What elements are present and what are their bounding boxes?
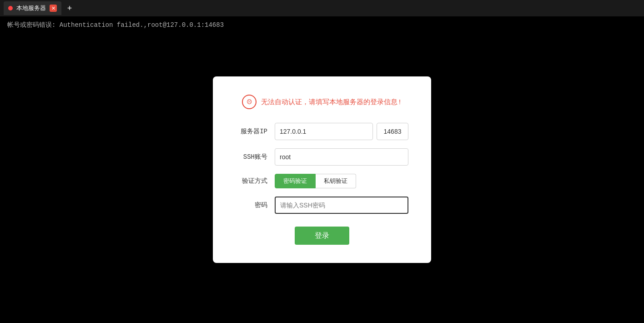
server-ip-label: 服务器IP	[236, 127, 267, 136]
auth-tabs: 密码验证 私钥验证	[275, 174, 356, 188]
server-port-input[interactable]	[377, 123, 408, 140]
tab-status-dot	[8, 6, 13, 10]
server-ip-row: 服务器IP	[236, 123, 408, 140]
add-tab-button[interactable]: +	[64, 3, 75, 14]
modal-title: 无法自动认证，请填写本地服务器的登录信息!	[261, 98, 402, 106]
auth-tab-key[interactable]: 私钥验证	[316, 174, 356, 188]
modal-header: ☹ 无法自动认证，请填写本地服务器的登录信息!	[236, 95, 408, 109]
ssh-account-row: SSH账号	[236, 148, 408, 166]
password-row: 密码	[236, 197, 408, 214]
auth-method-row: 验证方式 密码验证 私钥验证	[236, 174, 408, 188]
auth-method-label: 验证方式	[236, 177, 267, 185]
modal-overlay: ☹ 无法自动认证，请填写本地服务器的登录信息! 服务器IP SSH账号 验证方式	[0, 16, 644, 323]
ssh-account-input[interactable]	[275, 148, 408, 166]
auth-tab-password[interactable]: 密码验证	[275, 174, 316, 188]
terminal-area: 帐号或密码错误: Authentication failed.,root@127…	[0, 16, 644, 323]
ssh-account-label: SSH账号	[236, 153, 267, 161]
error-face-icon: ☹	[242, 95, 257, 109]
ip-port-group	[275, 123, 408, 140]
server-ip-input[interactable]	[275, 123, 373, 140]
password-input[interactable]	[275, 197, 408, 214]
tab-local-server[interactable]: 本地服务器 ✕	[4, 1, 61, 15]
sad-face-icon: ☹	[247, 97, 252, 107]
tab-label: 本地服务器	[16, 4, 46, 12]
password-label: 密码	[236, 201, 267, 209]
tab-bar: 本地服务器 ✕ +	[0, 0, 644, 16]
tab-close-button[interactable]: ✕	[50, 5, 57, 12]
login-button[interactable]: 登录	[295, 227, 349, 245]
auth-modal: ☹ 无法自动认证，请填写本地服务器的登录信息! 服务器IP SSH账号 验证方式	[213, 76, 431, 263]
